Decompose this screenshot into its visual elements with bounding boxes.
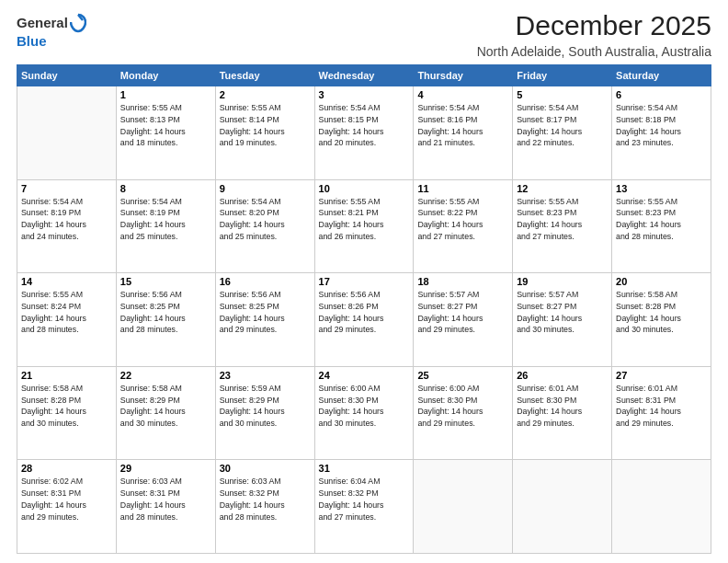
day-number: 6 <box>616 89 707 100</box>
day-info: Sunrise: 5:59 AMSunset: 8:29 PMDaylight:… <box>220 383 311 430</box>
day-info: Sunrise: 5:58 AMSunset: 8:29 PMDaylight:… <box>120 383 211 430</box>
day-info: Sunrise: 5:56 AMSunset: 8:25 PMDaylight:… <box>220 289 311 336</box>
day-number: 22 <box>120 370 211 381</box>
day-number: 11 <box>417 183 508 194</box>
col-wednesday: Wednesday <box>314 65 414 86</box>
calendar-cell: 7Sunrise: 5:54 AMSunset: 8:19 PMDaylight… <box>17 179 117 273</box>
day-info: Sunrise: 5:57 AMSunset: 8:27 PMDaylight:… <box>417 289 508 336</box>
day-number: 27 <box>616 370 707 381</box>
calendar-week-1: 1Sunrise: 5:55 AMSunset: 8:13 PMDaylight… <box>17 86 711 180</box>
calendar-cell: 19Sunrise: 5:57 AMSunset: 8:27 PMDayligh… <box>513 273 612 367</box>
calendar-cell: 24Sunrise: 6:00 AMSunset: 8:30 PMDayligh… <box>314 366 414 460</box>
day-info: Sunrise: 5:55 AMSunset: 8:14 PMDaylight:… <box>220 102 311 149</box>
calendar-cell: 26Sunrise: 6:01 AMSunset: 8:30 PMDayligh… <box>513 366 612 460</box>
logo-blue: Blue <box>17 33 47 49</box>
day-number: 1 <box>120 89 211 100</box>
calendar-week-3: 14Sunrise: 5:55 AMSunset: 8:24 PMDayligh… <box>17 273 711 367</box>
calendar-cell: 5Sunrise: 5:54 AMSunset: 8:17 PMDaylight… <box>513 86 612 180</box>
weekday-row: Sunday Monday Tuesday Wednesday Thursday… <box>17 65 711 86</box>
calendar-cell <box>17 86 117 180</box>
day-number: 30 <box>220 463 311 474</box>
calendar-cell: 31Sunrise: 6:04 AMSunset: 8:32 PMDayligh… <box>314 460 414 554</box>
col-tuesday: Tuesday <box>215 65 314 86</box>
calendar-week-5: 28Sunrise: 6:02 AMSunset: 8:31 PMDayligh… <box>17 460 711 554</box>
calendar-cell: 9Sunrise: 5:54 AMSunset: 8:20 PMDaylight… <box>215 179 314 273</box>
day-info: Sunrise: 5:55 AMSunset: 8:23 PMDaylight:… <box>616 196 707 243</box>
day-info: Sunrise: 6:01 AMSunset: 8:30 PMDaylight:… <box>517 383 608 430</box>
day-info: Sunrise: 5:54 AMSunset: 8:17 PMDaylight:… <box>517 102 608 149</box>
calendar-cell: 14Sunrise: 5:55 AMSunset: 8:24 PMDayligh… <box>17 273 117 367</box>
day-number: 4 <box>417 89 508 100</box>
day-info: Sunrise: 5:55 AMSunset: 8:22 PMDaylight:… <box>417 196 508 243</box>
day-info: Sunrise: 5:54 AMSunset: 8:20 PMDaylight:… <box>220 196 311 243</box>
day-number: 26 <box>517 370 608 381</box>
day-info: Sunrise: 5:55 AMSunset: 8:13 PMDaylight:… <box>120 102 211 149</box>
day-info: Sunrise: 6:00 AMSunset: 8:30 PMDaylight:… <box>319 383 410 430</box>
day-number: 9 <box>220 183 311 194</box>
day-info: Sunrise: 5:54 AMSunset: 8:19 PMDaylight:… <box>21 196 112 243</box>
day-number: 17 <box>319 276 410 287</box>
day-info: Sunrise: 6:02 AMSunset: 8:31 PMDaylight:… <box>21 476 112 523</box>
day-info: Sunrise: 6:00 AMSunset: 8:30 PMDaylight:… <box>417 383 508 430</box>
calendar-cell: 10Sunrise: 5:55 AMSunset: 8:21 PMDayligh… <box>314 179 414 273</box>
calendar-body: 1Sunrise: 5:55 AMSunset: 8:13 PMDaylight… <box>17 86 711 554</box>
calendar-header: Sunday Monday Tuesday Wednesday Thursday… <box>17 65 711 86</box>
day-number: 16 <box>220 276 311 287</box>
col-monday: Monday <box>116 65 215 86</box>
day-info: Sunrise: 5:58 AMSunset: 8:28 PMDaylight:… <box>21 383 112 430</box>
calendar-cell: 27Sunrise: 6:01 AMSunset: 8:31 PMDayligh… <box>612 366 711 460</box>
day-number: 18 <box>417 276 508 287</box>
day-info: Sunrise: 5:57 AMSunset: 8:27 PMDaylight:… <box>517 289 608 336</box>
calendar-cell: 16Sunrise: 5:56 AMSunset: 8:25 PMDayligh… <box>215 273 314 367</box>
day-number: 21 <box>21 370 112 381</box>
day-number: 8 <box>120 183 211 194</box>
logo-general: General <box>17 15 68 31</box>
calendar-cell: 11Sunrise: 5:55 AMSunset: 8:22 PMDayligh… <box>414 179 513 273</box>
day-number: 25 <box>417 370 508 381</box>
day-info: Sunrise: 5:55 AMSunset: 8:21 PMDaylight:… <box>319 196 410 243</box>
day-info: Sunrise: 6:04 AMSunset: 8:32 PMDaylight:… <box>319 476 410 523</box>
calendar-cell: 20Sunrise: 5:58 AMSunset: 8:28 PMDayligh… <box>612 273 711 367</box>
day-info: Sunrise: 6:03 AMSunset: 8:31 PMDaylight:… <box>120 476 211 523</box>
day-number: 29 <box>120 463 211 474</box>
day-info: Sunrise: 5:56 AMSunset: 8:25 PMDaylight:… <box>120 289 211 336</box>
col-thursday: Thursday <box>414 65 513 86</box>
sub-title: North Adelaide, South Australia, Austral… <box>477 44 711 59</box>
calendar-cell: 21Sunrise: 5:58 AMSunset: 8:28 PMDayligh… <box>17 366 117 460</box>
calendar-cell: 22Sunrise: 5:58 AMSunset: 8:29 PMDayligh… <box>116 366 215 460</box>
day-number: 7 <box>21 183 112 194</box>
day-number: 3 <box>319 89 410 100</box>
day-number: 23 <box>220 370 311 381</box>
calendar-cell: 6Sunrise: 5:54 AMSunset: 8:18 PMDaylight… <box>612 86 711 180</box>
calendar-cell: 1Sunrise: 5:55 AMSunset: 8:13 PMDaylight… <box>116 86 215 180</box>
header: General Blue December 2025 North Adelaid… <box>17 9 711 59</box>
calendar-cell <box>612 460 711 554</box>
day-info: Sunrise: 6:01 AMSunset: 8:31 PMDaylight:… <box>616 383 707 430</box>
calendar-cell: 25Sunrise: 6:00 AMSunset: 8:30 PMDayligh… <box>414 366 513 460</box>
day-info: Sunrise: 5:54 AMSunset: 8:15 PMDaylight:… <box>319 102 410 149</box>
calendar-cell: 12Sunrise: 5:55 AMSunset: 8:23 PMDayligh… <box>513 179 612 273</box>
day-number: 5 <box>517 89 608 100</box>
logo: General Blue <box>17 13 86 50</box>
col-friday: Friday <box>513 65 612 86</box>
col-saturday: Saturday <box>612 65 711 86</box>
logo-icon <box>70 13 86 33</box>
day-number: 15 <box>120 276 211 287</box>
day-number: 14 <box>21 276 112 287</box>
day-info: Sunrise: 5:54 AMSunset: 8:16 PMDaylight:… <box>417 102 508 149</box>
calendar-cell: 18Sunrise: 5:57 AMSunset: 8:27 PMDayligh… <box>414 273 513 367</box>
day-info: Sunrise: 5:54 AMSunset: 8:19 PMDaylight:… <box>120 196 211 243</box>
calendar-cell <box>414 460 513 554</box>
day-info: Sunrise: 5:58 AMSunset: 8:28 PMDaylight:… <box>616 289 707 336</box>
calendar-cell: 15Sunrise: 5:56 AMSunset: 8:25 PMDayligh… <box>116 273 215 367</box>
calendar-cell: 3Sunrise: 5:54 AMSunset: 8:15 PMDaylight… <box>314 86 414 180</box>
calendar-cell: 29Sunrise: 6:03 AMSunset: 8:31 PMDayligh… <box>116 460 215 554</box>
calendar-cell: 13Sunrise: 5:55 AMSunset: 8:23 PMDayligh… <box>612 179 711 273</box>
day-info: Sunrise: 5:55 AMSunset: 8:23 PMDaylight:… <box>517 196 608 243</box>
title-block: December 2025 North Adelaide, South Aust… <box>477 9 711 59</box>
day-number: 28 <box>21 463 112 474</box>
page: General Blue December 2025 North Adelaid… <box>0 0 728 563</box>
day-number: 13 <box>616 183 707 194</box>
day-number: 20 <box>616 276 707 287</box>
calendar-cell: 23Sunrise: 5:59 AMSunset: 8:29 PMDayligh… <box>215 366 314 460</box>
